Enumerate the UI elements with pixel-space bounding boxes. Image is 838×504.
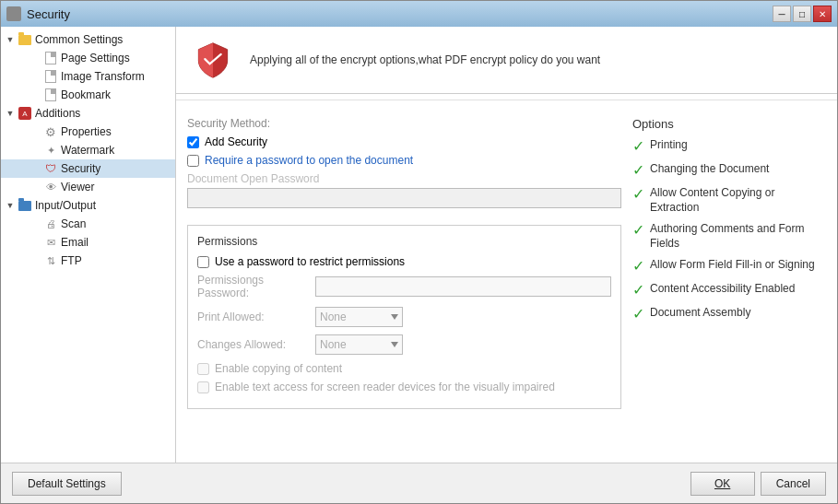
sidebar-label: Properties bbox=[61, 125, 112, 138]
add-security-checkbox[interactable] bbox=[187, 136, 199, 148]
page-icon bbox=[43, 69, 58, 84]
enable-copying-checkbox[interactable] bbox=[197, 363, 209, 375]
sidebar-item-viewer[interactable]: 👁 Viewer bbox=[1, 178, 175, 196]
option-printing: ✓ Printing bbox=[632, 138, 826, 155]
spacer bbox=[30, 71, 41, 82]
sidebar-label: Image Transform bbox=[61, 70, 145, 83]
sidebar-item-input-output[interactable]: ▼ Input/Output bbox=[1, 196, 175, 215]
spacer bbox=[30, 163, 41, 174]
sidebar-item-ftp[interactable]: ⇅ FTP bbox=[1, 252, 175, 270]
options-title: Options bbox=[632, 117, 826, 131]
print-allowed-label: Print Allowed: bbox=[197, 311, 308, 323]
gear-icon: ⚙ bbox=[43, 124, 58, 139]
check-icon: ✓ bbox=[632, 305, 644, 322]
enable-text-access-label[interactable]: Enable text access for screen reader dev… bbox=[215, 381, 555, 393]
sidebar-label: Common Settings bbox=[35, 33, 123, 46]
blue-folder-icon bbox=[18, 198, 32, 213]
red-folder-icon: A bbox=[18, 106, 32, 121]
permissions-section: Permissions Use a password to restrict p… bbox=[187, 225, 621, 409]
doc-open-password-row: Document Open Password bbox=[187, 172, 621, 208]
default-settings-button[interactable]: Default Settings bbox=[12, 472, 122, 496]
sidebar-item-watermark[interactable]: ✦ Watermark bbox=[1, 141, 175, 159]
sidebar-item-bookmark[interactable]: Bookmark bbox=[1, 86, 175, 104]
sidebar-label: FTP bbox=[61, 254, 82, 267]
use-password-label[interactable]: Use a password to restrict permissions bbox=[215, 255, 405, 268]
eye-icon: 👁 bbox=[43, 180, 58, 194]
sidebar-label: Bookmark bbox=[61, 88, 111, 101]
require-password-label[interactable]: Require a password to open the document bbox=[205, 154, 413, 167]
sidebar-item-page-settings[interactable]: Page Settings bbox=[1, 49, 175, 67]
ok-cancel-buttons: OK Cancel bbox=[690, 472, 826, 496]
sidebar-item-security[interactable]: 🛡 Security bbox=[1, 159, 175, 178]
add-security-label[interactable]: Add Security bbox=[205, 135, 267, 148]
folder-icon bbox=[18, 32, 32, 47]
option-doc-assembly: ✓ Document Assembly bbox=[632, 306, 826, 322]
option-label: Changing the Document bbox=[650, 162, 769, 177]
sidebar-item-email[interactable]: ✉ Email bbox=[1, 233, 175, 252]
permissions-password-input[interactable] bbox=[315, 276, 611, 297]
print-allowed-row: Print Allowed: None Low Resolution High … bbox=[197, 307, 611, 327]
spacer bbox=[30, 218, 41, 229]
sidebar: ▼ Common Settings Page Settings Image Tr… bbox=[1, 27, 176, 463]
enable-text-access-checkbox[interactable] bbox=[197, 381, 209, 393]
spacer bbox=[30, 145, 41, 156]
permissions-title: Permissions bbox=[197, 235, 611, 248]
minimize-button[interactable]: ─ bbox=[773, 6, 791, 22]
option-label: Authoring Comments and Form Fields bbox=[650, 222, 826, 251]
header-text: Applying all of the encrypt options,what… bbox=[250, 53, 600, 66]
content-header: Applying all of the encrypt options,what… bbox=[176, 27, 837, 94]
page-icon bbox=[43, 88, 58, 102]
content-panel: Applying all of the encrypt options,what… bbox=[176, 27, 837, 463]
option-changing-doc: ✓ Changing the Document bbox=[632, 162, 826, 179]
shield-large-icon bbox=[191, 38, 235, 82]
permissions-password-label: Permissiongs Password: bbox=[197, 274, 308, 299]
print-allowed-wrapper: None Low Resolution High Resolution bbox=[315, 307, 611, 327]
changes-allowed-select[interactable]: None Low Resolution High Resolution bbox=[315, 334, 403, 355]
options-panel: Options ✓ Printing ✓ Changing the Docume… bbox=[632, 117, 826, 451]
cancel-button[interactable]: Cancel bbox=[761, 472, 826, 496]
email-icon: ✉ bbox=[43, 235, 58, 250]
spacer bbox=[30, 237, 41, 248]
check-icon: ✓ bbox=[632, 161, 644, 179]
spacer bbox=[30, 126, 41, 137]
check-icon: ✓ bbox=[632, 257, 644, 275]
sidebar-item-image-transform[interactable]: Image Transform bbox=[1, 67, 175, 86]
window-title: Security bbox=[27, 7, 70, 21]
add-security-row: Add Security bbox=[187, 135, 621, 148]
print-allowed-select[interactable]: None Low Resolution High Resolution bbox=[315, 307, 403, 327]
doc-open-password-input[interactable] bbox=[187, 188, 621, 208]
spacer bbox=[30, 182, 41, 193]
check-icon: ✓ bbox=[632, 281, 644, 299]
option-label: Allow Form Field Fill-in or Signing bbox=[650, 258, 815, 273]
changes-allowed-row: Changes Allowed: None Low Resolution Hig… bbox=[197, 334, 611, 355]
check-icon: ✓ bbox=[632, 221, 644, 239]
use-password-checkbox[interactable] bbox=[197, 256, 209, 268]
option-content-access: ✓ Content Accessibility Enabled bbox=[632, 282, 826, 299]
stamp-icon: ✦ bbox=[43, 143, 58, 158]
option-authoring: ✓ Authoring Comments and Form Fields bbox=[632, 222, 826, 251]
maximize-button[interactable]: □ bbox=[793, 6, 811, 22]
ok-button[interactable]: OK bbox=[690, 472, 755, 496]
security-method-label: Security Method: bbox=[187, 117, 621, 130]
enable-copying-label[interactable]: Enable copying of content bbox=[215, 362, 342, 375]
bottom-bar: Default Settings OK Cancel bbox=[1, 463, 837, 503]
sidebar-label: Additions bbox=[35, 107, 80, 120]
sidebar-item-common-settings[interactable]: ▼ Common Settings bbox=[1, 30, 175, 49]
sidebar-label: Security bbox=[61, 162, 100, 175]
title-bar-buttons: ─ □ ✕ bbox=[773, 6, 832, 22]
scan-icon: 🖨 bbox=[43, 217, 58, 231]
page-icon bbox=[43, 51, 58, 65]
sidebar-item-properties[interactable]: ⚙ Properties bbox=[1, 123, 175, 141]
require-password-checkbox[interactable] bbox=[187, 155, 199, 167]
app-icon bbox=[6, 6, 21, 21]
expand-icon: ▼ bbox=[5, 34, 16, 45]
sidebar-label: Email bbox=[61, 236, 89, 249]
spacer bbox=[30, 53, 41, 64]
close-button[interactable]: ✕ bbox=[813, 6, 832, 22]
sidebar-label: Viewer bbox=[61, 181, 94, 193]
sidebar-item-additions[interactable]: ▼ A Additions bbox=[1, 104, 175, 123]
security-method-section: Security Method: Add Security Require a … bbox=[187, 117, 621, 216]
option-label: Allow Content Copying or Extraction bbox=[650, 186, 826, 215]
option-label: Content Accessibility Enabled bbox=[650, 282, 795, 297]
sidebar-item-scan[interactable]: 🖨 Scan bbox=[1, 215, 175, 233]
